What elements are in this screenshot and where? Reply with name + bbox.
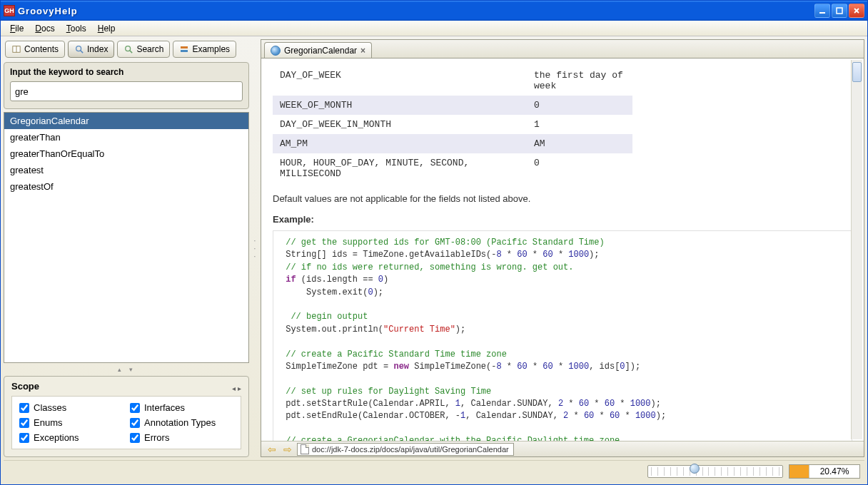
percent-box: 20.47%: [789, 464, 860, 479]
doc-body[interactable]: DAY_OF_WEEKthe first day of weekWEEK_OF_…: [261, 58, 864, 441]
left-tab-contents[interactable]: Contents: [5, 41, 65, 58]
scope-check-errors[interactable]: Errors: [130, 432, 233, 443]
table-row: HOUR, HOUR_OF_DAY, MINUTE, SECOND, MILLI…: [273, 153, 632, 183]
doc-tab-gregoriancalendar[interactable]: GregorianCalendar ×: [264, 42, 372, 58]
svg-rect-11: [181, 50, 188, 52]
forward-button[interactable]: ⇨: [281, 444, 294, 455]
back-button[interactable]: ⇦: [266, 444, 278, 455]
code-block: // get the supported ids for GMT-08:00 (…: [273, 230, 852, 441]
search-box: Input the keyword to search: [4, 62, 249, 109]
scope-check-annotation-types[interactable]: Annotation Types: [130, 417, 233, 428]
svg-rect-10: [181, 46, 188, 48]
svg-point-8: [126, 46, 131, 51]
search-icon: [123, 44, 133, 54]
svg-rect-1: [837, 8, 842, 14]
titlebar[interactable]: GH GroovyHelp: [1, 1, 867, 21]
app-icon: GH: [4, 5, 15, 16]
search-input[interactable]: [10, 81, 243, 101]
scope-check-classes[interactable]: Classes: [19, 402, 123, 413]
scope-check-enums[interactable]: Enums: [19, 417, 123, 428]
minimize-button[interactable]: [814, 4, 830, 18]
result-item[interactable]: GregorianCalendar: [4, 113, 248, 129]
url-box[interactable]: doc://jdk-7-docs.zip/docs/api/java/util/…: [297, 443, 514, 456]
checkbox[interactable]: [130, 403, 140, 413]
checkbox[interactable]: [130, 433, 140, 443]
result-item[interactable]: greatest: [4, 162, 248, 178]
close-button[interactable]: [849, 4, 864, 18]
percent-text: 20.47%: [809, 466, 859, 476]
scrollbar[interactable]: [851, 60, 862, 439]
doc-tabs: GregorianCalendar ×: [261, 40, 864, 58]
results-list[interactable]: GregorianCalendargreaterThangreaterThanO…: [4, 112, 249, 363]
table-row: WEEK_OF_MONTH0: [273, 96, 632, 115]
left-panel: ContentsIndexSearchExamples Input the ke…: [4, 39, 249, 457]
svg-line-7: [81, 51, 83, 53]
scope-title: Scope: [11, 381, 39, 392]
contents-icon: [11, 44, 21, 54]
table-row: AM_PMAM: [273, 134, 632, 153]
left-tabs: ContentsIndexSearchExamples: [4, 39, 249, 59]
app-title: GroovyHelp: [18, 6, 814, 16]
result-item[interactable]: greaterThan: [4, 129, 248, 146]
svg-line-9: [130, 51, 132, 53]
table-row: DAY_OF_WEEK_IN_MONTH1: [273, 115, 632, 134]
left-tab-index[interactable]: Index: [68, 41, 114, 58]
maximize-button[interactable]: [832, 4, 847, 18]
nav-strip: ⇦ ⇨ doc://jdk-7-docs.zip/docs/api/java/u…: [261, 441, 864, 456]
scope-check-exceptions[interactable]: Exceptions: [19, 432, 123, 443]
scrollbar-thumb[interactable]: [852, 62, 862, 82]
page-icon: [301, 444, 309, 454]
result-item[interactable]: greatestOf: [4, 178, 248, 195]
url-text: doc://jdk-7-docs.zip/docs/api/java/util/…: [312, 445, 509, 454]
left-tab-examples[interactable]: Examples: [173, 41, 236, 58]
main-area: ContentsIndexSearchExamples Input the ke…: [1, 36, 867, 484]
horizontal-splitter[interactable]: ▴ ▾: [4, 366, 249, 373]
examples-icon: [179, 44, 189, 54]
menu-file[interactable]: File: [5, 22, 29, 35]
menu-docs[interactable]: Docs: [30, 22, 59, 35]
close-tab-icon[interactable]: ×: [360, 46, 365, 56]
slider-knob[interactable]: [690, 464, 700, 474]
globe-icon: [271, 46, 281, 56]
checkbox[interactable]: [19, 403, 29, 413]
left-tab-search[interactable]: Search: [117, 41, 170, 58]
svg-point-6: [76, 46, 81, 51]
checkbox[interactable]: [19, 433, 29, 443]
app-window: GH GroovyHelp File Docs Tools Help Conte…: [0, 0, 868, 485]
scope-panel: Scope ◂ ▸ ClassesInterfacesEnumsAnnotati…: [4, 376, 249, 457]
doc-tab-label: GregorianCalendar: [284, 46, 357, 56]
table-row: DAY_OF_WEEKthe first day of week: [273, 66, 632, 96]
zoom-slider[interactable]: [647, 465, 783, 478]
checkbox[interactable]: [19, 418, 29, 428]
checkbox[interactable]: [130, 418, 140, 428]
example-label: Example:: [273, 214, 852, 225]
scope-handle-icon[interactable]: ◂ ▸: [232, 384, 241, 392]
menu-tools[interactable]: Tools: [61, 22, 91, 35]
menu-help[interactable]: Help: [93, 22, 121, 35]
fields-table: DAY_OF_WEEKthe first day of weekWEEK_OF_…: [273, 66, 632, 183]
doc-note: Default values are not applicable for th…: [273, 193, 852, 204]
percent-swatch: [789, 465, 809, 478]
status-row: 20.47%: [4, 460, 864, 481]
index-icon: [74, 44, 84, 54]
result-item[interactable]: greaterThanOrEqualTo: [4, 146, 248, 162]
right-panel: GregorianCalendar × DAY_OF_WEEKthe first…: [261, 39, 864, 457]
search-label: Input the keyword to search: [10, 67, 243, 77]
vertical-splitter[interactable]: ···: [252, 39, 258, 457]
menubar: File Docs Tools Help: [1, 21, 867, 36]
svg-rect-0: [819, 12, 825, 14]
scope-check-interfaces[interactable]: Interfaces: [130, 402, 233, 413]
